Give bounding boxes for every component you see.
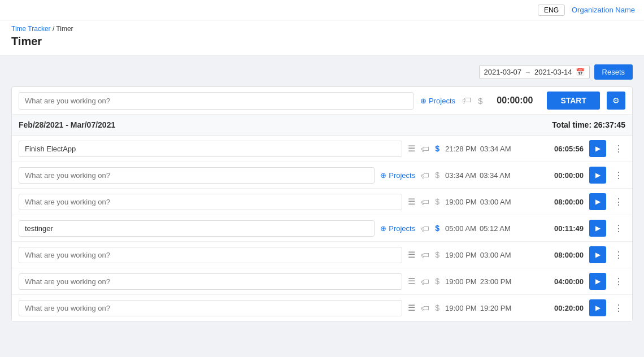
page-title: Timer [11, 35, 633, 48]
timer-description-input[interactable] [19, 92, 414, 110]
entry-more-button[interactable]: ⋮ [612, 303, 625, 314]
entry-row: ☰🏷$19:00 PM03:00 AM08:00:00▶⋮ [12, 189, 632, 215]
entry-description-input[interactable] [19, 194, 402, 210]
entry-description-input[interactable] [19, 247, 402, 263]
breadcrumb: Time Tracker / Timer [11, 25, 633, 33]
entry-more-button[interactable]: ⋮ [612, 170, 625, 181]
entry-start-time: 19:00 PM [445, 277, 477, 286]
reset-button[interactable]: Resets [594, 64, 633, 80]
entry-dollar-button[interactable]: $ [435, 171, 440, 180]
entry-dollar-button[interactable]: $ [435, 250, 440, 259]
breadcrumb-link[interactable]: Time Tracker [11, 25, 51, 33]
entry-projects-label: Projects [389, 171, 415, 180]
lang-button[interactable]: ENG [538, 5, 565, 16]
total-time: Total time: 26:37:45 [552, 120, 625, 129]
entry-times: 21:28 PM03:34 AM [445, 145, 538, 153]
entry-end-time: 03:34 AM [480, 171, 511, 180]
settings-button[interactable]: ⚙ [607, 92, 625, 110]
entry-start-time: 03:34 AM [445, 171, 476, 180]
entry-list-button[interactable]: ☰ [408, 303, 415, 313]
entry-play-button[interactable]: ▶ [589, 246, 606, 263]
entry-more-button[interactable]: ⋮ [612, 223, 625, 234]
entry-end-time: 23:00 PM [480, 277, 512, 286]
date-arrow: → [525, 69, 531, 76]
entry-list-button[interactable]: ☰ [408, 197, 415, 207]
entry-duration: 08:00:00 [544, 198, 584, 206]
entry-play-button[interactable]: ▶ [589, 273, 606, 290]
entry-description-input[interactable] [19, 273, 402, 290]
entry-list-button[interactable]: ☰ [408, 250, 415, 260]
add-projects-button[interactable]: ⊕ Projects [420, 97, 455, 105]
entry-more-button[interactable]: ⋮ [612, 250, 625, 260]
tag-icon-button[interactable]: 🏷 [462, 95, 471, 106]
dollar-icon-button[interactable]: $ [478, 96, 482, 106]
entry-start-time: 19:00 PM [445, 304, 477, 312]
entry-dollar-button[interactable]: $ [435, 303, 440, 312]
entry-projects-button[interactable]: ⊕ Projects [380, 171, 415, 180]
plus-circle-icon: ⊕ [380, 171, 386, 180]
entry-play-button[interactable]: ▶ [589, 140, 606, 157]
entry-duration: 06:05:56 [544, 145, 584, 153]
entry-row: ☰🏷$21:28 PM03:34 AM06:05:56▶⋮ [12, 136, 632, 162]
entry-tag-button[interactable]: 🏷 [421, 197, 429, 207]
entry-start-time: 05:00 AM [445, 224, 476, 233]
entry-play-button[interactable]: ▶ [589, 167, 606, 184]
entry-start-time: 21:28 PM [445, 145, 477, 153]
entry-projects-button[interactable]: ⊕ Projects [380, 224, 415, 233]
plus-circle-icon: ⊕ [420, 97, 427, 105]
entry-duration: 00:11:49 [544, 224, 584, 233]
main-content: 2021-03-07 → 2021-03-14 📅 Resets ⊕ Proje… [0, 55, 644, 337]
entry-start-time: 19:00 PM [445, 251, 477, 259]
entry-list-button[interactable]: ☰ [408, 276, 415, 286]
timer-display: 00:00:00 [489, 95, 540, 106]
org-name[interactable]: Organization Name [572, 6, 635, 14]
date-start: 2021-03-07 [484, 68, 522, 76]
calendar-icon[interactable]: 📅 [576, 68, 585, 76]
timer-input-row: ⊕ Projects 🏷 $ 00:00:00 START ⚙ [12, 87, 632, 115]
date-range-input[interactable]: 2021-03-07 → 2021-03-14 📅 [479, 65, 590, 79]
entry-tag-button[interactable]: 🏷 [421, 224, 429, 233]
plus-circle-icon: ⊕ [380, 224, 386, 233]
entry-times: 03:34 AM03:34 AM [445, 171, 538, 180]
entry-projects-label: Projects [389, 224, 415, 233]
entry-end-time: 19:20 PM [480, 304, 512, 312]
entry-end-time: 03:00 AM [480, 251, 511, 259]
entry-tag-button[interactable]: 🏷 [421, 144, 429, 154]
entry-duration: 04:00:00 [544, 277, 584, 286]
entry-list-button[interactable]: ☰ [408, 143, 415, 154]
entry-times: 19:00 PM19:20 PM [445, 304, 538, 312]
timer-card: ⊕ Projects 🏷 $ 00:00:00 START ⚙ Feb/28/2… [11, 86, 633, 321]
entry-play-button[interactable]: ▶ [589, 193, 606, 210]
entry-more-button[interactable]: ⋮ [612, 197, 625, 207]
entry-description-input[interactable] [19, 167, 375, 184]
entry-play-button[interactable]: ▶ [589, 220, 606, 237]
date-range-row: 2021-03-07 → 2021-03-14 📅 Resets [11, 64, 633, 80]
start-button[interactable]: START [547, 92, 600, 110]
entry-play-button[interactable]: ▶ [589, 299, 606, 316]
breadcrumb-current: Timer [56, 25, 73, 33]
entry-tag-button[interactable]: 🏷 [421, 303, 429, 313]
header-area: Time Tracker / Timer Timer [0, 20, 644, 55]
entry-description-input[interactable] [19, 300, 402, 316]
projects-label: Projects [429, 97, 455, 105]
entry-start-time: 19:00 PM [445, 198, 477, 206]
entry-description-input[interactable] [19, 220, 375, 237]
entry-times: 19:00 PM23:00 PM [445, 277, 538, 286]
entry-tag-button[interactable]: 🏷 [421, 171, 429, 180]
entry-description-input[interactable] [19, 141, 402, 157]
entry-times: 05:00 AM05:12 AM [445, 224, 538, 233]
entry-dollar-button[interactable]: $ [435, 277, 440, 286]
entry-tag-button[interactable]: 🏷 [421, 250, 429, 260]
entry-dollar-button[interactable]: $ [435, 144, 440, 153]
entry-end-time: 03:34 AM [480, 145, 511, 153]
entry-more-button[interactable]: ⋮ [612, 276, 625, 287]
entry-row: ☰🏷$19:00 PM19:20 PM00:20:00▶⋮ [12, 295, 632, 321]
entry-times: 19:00 PM03:00 AM [445, 251, 538, 259]
period-header: Feb/28/2021 - Mar/07/2021 Total time: 26… [12, 115, 632, 136]
entry-more-button[interactable]: ⋮ [612, 143, 625, 154]
entry-duration: 00:20:00 [544, 304, 584, 312]
entry-end-time: 05:12 AM [480, 224, 511, 233]
entry-tag-button[interactable]: 🏷 [421, 277, 429, 286]
entry-dollar-button[interactable]: $ [435, 197, 440, 206]
entry-dollar-button[interactable]: $ [435, 224, 440, 233]
